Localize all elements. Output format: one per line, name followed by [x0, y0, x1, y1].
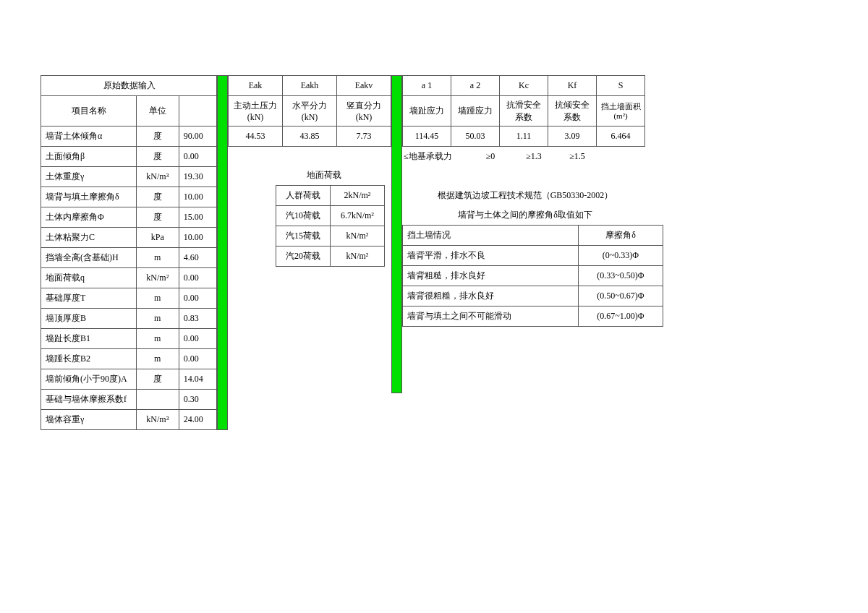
eak-h2: 主动土压力(kN): [229, 96, 283, 127]
input-row-name: 土面倾角β: [41, 147, 137, 167]
eakv-val: 7.73: [337, 127, 391, 147]
input-row-name: 土体重度γ: [41, 167, 137, 187]
input-row-name: 墙前倾角(小于90度)A: [41, 369, 137, 390]
input-row-name: 挡墙全高(含基础)H: [41, 248, 137, 268]
ground-load-table: 人群荷载2kN/m²汽10荷载6.7kN/m²汽15荷载kN/m²汽20荷载kN…: [276, 185, 385, 267]
eak-h1: Eak: [229, 76, 283, 96]
input-row-val: 24.00: [179, 410, 216, 430]
ground-load-val: kN/m²: [331, 226, 385, 247]
input-row-name: 土体粘聚力C: [41, 228, 137, 248]
ground-load-val: kN/m²: [331, 247, 385, 267]
a2-val: 50.03: [451, 127, 500, 147]
input-row-name: 墙背与填土摩擦角δ: [41, 187, 137, 207]
delta-row-val: (0.50~0.67)Φ: [579, 286, 663, 306]
delta-row-val: (0~0.33)Φ: [579, 246, 663, 266]
eakh-h2: 水平分力(kN): [283, 96, 337, 127]
input-row-name: 墙顶厚度B: [41, 309, 137, 329]
kf-h2: 抗倾安全系数: [548, 96, 597, 127]
delta-table: 挡土墙情况 摩擦角δ 墙背平滑，排水不良(0~0.33)Φ墙背粗糙，排水良好(0…: [402, 225, 663, 327]
input-row-val: 0.00: [179, 147, 216, 167]
s-h1: S: [597, 76, 645, 96]
eakv-h1: Eakv: [337, 76, 391, 96]
force-table: Eak Eakh Eakv 主动土压力(kN) 水平分力(kN) 竖直分力(kN…: [228, 75, 391, 147]
input-row-name: 土体内摩擦角Φ: [41, 207, 137, 228]
crit-2: ≥0: [469, 151, 512, 162]
a2-h2: 墙踵应力: [451, 96, 500, 127]
input-row-name: 基础厚度T: [41, 288, 137, 309]
kc-h2: 抗滑安全系数: [500, 96, 548, 127]
col-unit-header: 单位: [136, 96, 179, 127]
kf-val: 3.09: [548, 127, 597, 147]
input-row-name: 墙背土体倾角α: [41, 127, 137, 147]
ground-load-val: 2kN/m²: [331, 186, 385, 206]
input-row-val: 10.00: [179, 187, 216, 207]
col-val-header: [179, 96, 216, 127]
input-row-unit: 度: [136, 147, 179, 167]
right-column: а 1 а 2 Kc Kf S 墙趾应力 墙踵应力 抗滑安全系数 抗倾安全系数 …: [402, 75, 663, 327]
ground-load-title: 地面荷载: [276, 166, 373, 185]
input-row-val: 10.00: [179, 228, 216, 248]
input-table: 原始数据输入 项目名称 单位 墙背土体倾角α度90.00土面倾角β度0.00土体…: [41, 75, 217, 430]
s-val: 6.464: [597, 127, 645, 147]
eakh-val: 43.85: [283, 127, 337, 147]
input-row-name: 墙趾长度B1: [41, 329, 137, 349]
input-row-unit: 度: [136, 369, 179, 390]
input-rows: 墙背土体倾角α度90.00土面倾角β度0.00土体重度γkN/m³19.30墙背…: [41, 127, 217, 430]
ground-load-val: 6.7kN/m²: [331, 206, 385, 226]
a1-h1: а 1: [403, 76, 451, 96]
delta-hdr-2: 摩擦角δ: [579, 226, 663, 246]
input-row-val: 0.00: [179, 268, 216, 288]
crit-1: ≤地基承载力: [402, 150, 469, 163]
input-row-val: 90.00: [179, 127, 216, 147]
input-row-val: 4.60: [179, 248, 216, 268]
a1-val: 114.45: [403, 127, 451, 147]
input-row-unit: kPa: [136, 228, 179, 248]
ground-load-name: 汽10荷载: [276, 206, 331, 226]
kf-h1: Kf: [548, 76, 597, 96]
input-row-name: 地面荷载q: [41, 268, 137, 288]
input-row-unit: kN/m²: [136, 268, 179, 288]
input-row-unit: 度: [136, 207, 179, 228]
input-row-val: 0.00: [179, 288, 216, 309]
result-table: а 1 а 2 Kc Kf S 墙趾应力 墙踵应力 抗滑安全系数 抗倾安全系数 …: [402, 75, 645, 147]
crit-3: ≥1.3: [512, 151, 556, 162]
delta-caption: 墙背与土体之间的摩擦角δ取值如下: [402, 205, 648, 225]
eakv-h2: 竖直分力(kN): [337, 96, 391, 127]
input-row-unit: 度: [136, 127, 179, 147]
input-row-val: 0.00: [179, 329, 216, 349]
ground-load-name: 汽20荷载: [276, 247, 331, 267]
input-row-unit: m: [136, 349, 179, 369]
criteria-row: ≤地基承载力 ≥0 ≥1.3 ≥1.5: [402, 147, 663, 166]
input-row-unit: kN/m³: [136, 167, 179, 187]
delta-row-cond: 墙背很粗糙，排水良好: [403, 286, 579, 306]
input-row-unit: m: [136, 329, 179, 349]
spec-ref: 根据建筑边坡工程技术规范（GB50330-2002）: [402, 186, 648, 205]
kc-h1: Kc: [500, 76, 548, 96]
kc-val: 1.11: [500, 127, 548, 147]
input-row-val: 14.04: [179, 369, 216, 390]
green-divider-1: [217, 75, 228, 430]
input-row-unit: m: [136, 309, 179, 329]
green-divider-2: [391, 75, 402, 393]
input-row-name: 墙体容重γ: [41, 410, 137, 430]
ground-load-name: 人群荷载: [276, 186, 331, 206]
delta-row-cond: 墙背粗糙，排水良好: [403, 266, 579, 286]
input-row-val: 0.83: [179, 309, 216, 329]
input-row-name: 基础与墙体摩擦系数f: [41, 390, 137, 410]
input-row-unit: 度: [136, 187, 179, 207]
input-row-unit: kN/m³: [136, 410, 179, 430]
input-row-val: 0.00: [179, 349, 216, 369]
delta-row-cond: 墙背平滑，排水不良: [403, 246, 579, 266]
ground-load-name: 汽15荷载: [276, 226, 331, 247]
s-h2: 挡土墙面积(m²): [597, 96, 645, 127]
input-row-val: 0.30: [179, 390, 216, 410]
delta-row-val: (0.67~1.00)Φ: [579, 306, 663, 327]
eakh-h1: Eakh: [283, 76, 337, 96]
input-row-unit: [136, 390, 179, 410]
input-row-val: 19.30: [179, 167, 216, 187]
eak-val: 44.53: [229, 127, 283, 147]
delta-row-cond: 墙背与填土之间不可能滑动: [403, 306, 579, 327]
input-row-val: 15.00: [179, 207, 216, 228]
a1-h2: 墙趾应力: [403, 96, 451, 127]
delta-row-val: (0.33~0.50)Φ: [579, 266, 663, 286]
